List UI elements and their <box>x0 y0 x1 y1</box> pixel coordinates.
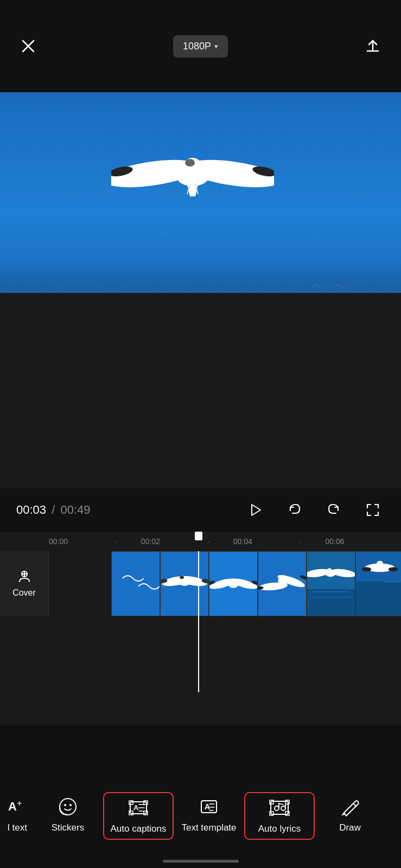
ruler-02: 00:02 <box>141 537 160 546</box>
svg-line-81 <box>279 803 283 805</box>
add-text-label: l text <box>8 822 27 833</box>
auto-captions-label: Auto captions <box>110 824 166 834</box>
toolbar-item-add-text[interactable]: A + l text <box>0 792 33 838</box>
svg-point-58 <box>389 567 398 572</box>
auto-lyrics-label: Auto lyrics <box>258 824 301 834</box>
svg-point-50 <box>327 568 332 572</box>
cover-icon <box>17 570 31 584</box>
toolbar-item-auto-lyrics[interactable]: Auto lyrics <box>244 792 315 840</box>
film-frame-5[interactable] <box>307 551 355 616</box>
svg-point-61 <box>60 799 76 815</box>
ruler-06: 00:06 <box>326 537 345 546</box>
toolbar-item-draw[interactable]: Draw <box>315 792 385 838</box>
toolbar-item-text-template[interactable]: A Text template <box>174 792 244 838</box>
playback-controls: 00:03 / 00:49 <box>0 488 401 532</box>
film-strip-area: Cover <box>0 551 401 616</box>
ruler-dot2: • <box>208 539 209 544</box>
film-frame-2[interactable] <box>160 551 209 616</box>
play-button[interactable] <box>244 498 268 522</box>
svg-text:+: + <box>17 799 22 808</box>
svg-point-79 <box>275 806 279 810</box>
resolution-button[interactable]: 1080P ▾ <box>173 35 228 58</box>
current-time: 00:03 <box>16 503 46 516</box>
film-frame-4[interactable] <box>258 551 307 616</box>
svg-point-63 <box>69 804 72 806</box>
draw-label: Draw <box>339 822 361 833</box>
timeline-extra <box>0 616 401 725</box>
svg-point-42 <box>278 578 284 583</box>
black-clip <box>49 551 111 616</box>
svg-line-88 <box>353 803 357 807</box>
export-button[interactable] <box>361 34 385 58</box>
cover-label: Cover <box>12 588 36 598</box>
playhead-top <box>195 532 202 540</box>
resolution-label: 1080P <box>183 41 211 52</box>
svg-marker-18 <box>252 505 260 515</box>
undo-button[interactable] <box>283 498 307 522</box>
svg-text:A: A <box>133 803 139 812</box>
svg-point-57 <box>362 567 372 572</box>
svg-text:A: A <box>8 800 17 813</box>
time-display: 00:03 / 00:49 <box>16 503 91 517</box>
top-bar: 1080P ▾ <box>0 0 401 92</box>
playback-buttons <box>244 498 385 522</box>
auto-lyrics-icon <box>269 797 290 818</box>
ruler-dot3: • <box>300 539 302 544</box>
svg-point-56 <box>377 561 383 566</box>
time-separator: / <box>52 503 55 516</box>
water-overlay <box>0 260 401 293</box>
cover-button[interactable]: Cover <box>0 551 49 616</box>
ruler-04: 00:04 <box>233 537 252 546</box>
toolbar-items: A + l text Stickers <box>0 781 401 857</box>
svg-point-28 <box>180 576 184 579</box>
redo-button[interactable] <box>322 498 346 522</box>
video-canvas <box>0 92 401 293</box>
text-template-label: Text template <box>181 822 236 833</box>
stickers-icon <box>58 796 78 817</box>
svg-point-34 <box>228 582 238 588</box>
bird-illustration <box>111 119 274 228</box>
draw-icon <box>340 796 360 817</box>
svg-point-35 <box>230 578 235 583</box>
playhead <box>198 551 199 692</box>
total-time: 00:49 <box>60 503 90 516</box>
film-frame-3[interactable] <box>209 551 258 616</box>
svg-rect-46 <box>307 589 355 616</box>
film-frame-6[interactable] <box>355 551 401 616</box>
toolbar-item-auto-captions[interactable]: A Auto captions <box>103 792 174 840</box>
auto-captions-icon: A <box>128 797 149 818</box>
close-button[interactable] <box>16 34 40 58</box>
svg-rect-54 <box>356 581 401 616</box>
svg-marker-13 <box>187 184 198 196</box>
fullscreen-button[interactable] <box>361 498 385 522</box>
video-preview <box>0 92 401 293</box>
svg-point-12 <box>185 159 195 167</box>
text-add-icon: A + <box>7 796 28 817</box>
resolution-arrow-icon: ▾ <box>214 42 218 50</box>
film-strip[interactable]: + <box>49 551 401 616</box>
svg-point-82 <box>281 806 285 810</box>
timeline-area <box>0 293 401 488</box>
ruler-dot1: • <box>116 539 117 544</box>
toolbar-item-stickers[interactable]: Stickers <box>33 792 103 838</box>
home-indicator <box>163 860 239 863</box>
ruler-marks: 00:00 • 00:02 • 00:04 • 00:06 <box>49 537 401 546</box>
ruler-00: 00:00 <box>49 537 68 546</box>
svg-point-62 <box>64 804 66 806</box>
bottom-toolbar: A + l text Stickers <box>0 781 401 868</box>
text-template-icon: A <box>199 796 219 817</box>
svg-rect-22 <box>112 552 160 616</box>
stickers-label: Stickers <box>52 822 84 833</box>
film-frame-1[interactable] <box>111 551 160 616</box>
